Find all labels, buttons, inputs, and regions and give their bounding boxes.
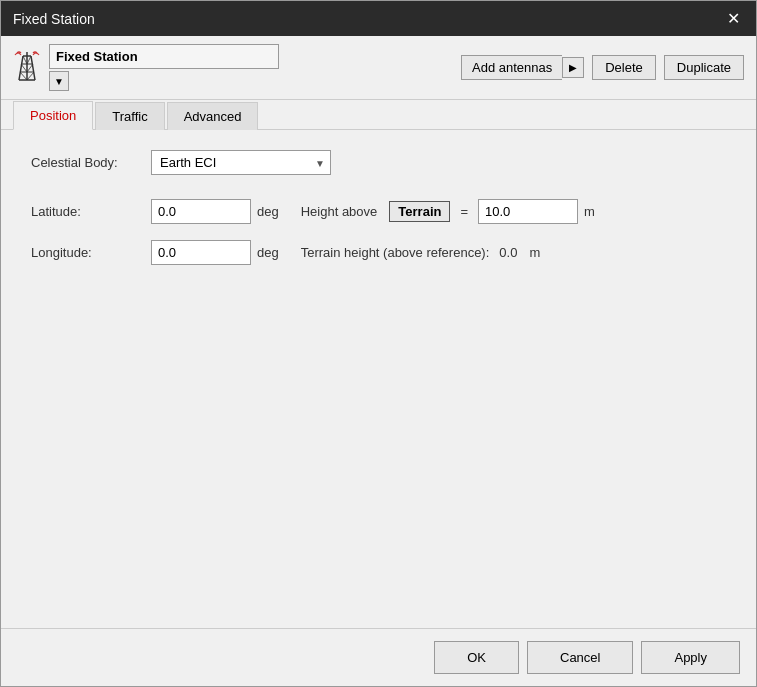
svg-line-2 [19,56,23,80]
terrain-height-unit: m [529,245,540,260]
svg-line-10 [21,64,27,72]
svg-line-12 [20,72,27,80]
celestial-body-select-wrapper: Earth ECI [151,150,331,175]
tab-position-label: Position [30,108,76,123]
tab-traffic[interactable]: Traffic [95,102,164,130]
tab-advanced-label: Advanced [184,109,242,124]
terrain-height-value: 0.0 [499,245,517,260]
add-antennas-button[interactable]: Add antennas [461,55,562,80]
longitude-row: Longitude: deg Terrain height (above ref… [31,240,726,265]
tab-content: Celestial Body: Earth ECI Latitude: deg … [1,130,756,628]
height-above-label: Height above [301,204,378,219]
latitude-row: Latitude: deg Height above Terrain = m [31,199,726,224]
ok-button[interactable]: OK [434,641,519,674]
longitude-unit: deg [257,245,279,260]
tower-icon [13,50,41,86]
longitude-label: Longitude: [31,245,151,260]
fixed-station-dialog: Fixed Station ✕ [0,0,757,687]
duplicate-button[interactable]: Duplicate [664,55,744,80]
celestial-body-row: Celestial Body: Earth ECI [31,150,726,175]
longitude-input[interactable] [151,240,251,265]
name-dropdown-arrow[interactable]: ▼ [49,71,69,91]
svg-line-11 [27,64,33,72]
dialog-title: Fixed Station [13,11,95,27]
add-antennas-arrow-button[interactable]: ▶ [562,57,584,78]
apply-button[interactable]: Apply [641,641,740,674]
tower-icon-container [13,50,41,86]
terrain-height-label: Terrain height (above reference): [301,245,490,260]
add-antennas-group: Add antennas ▶ [461,55,584,80]
dropdown-chevron-icon: ▼ [54,76,64,87]
toolbar: ▼ Add antennas ▶ Delete Duplicate [1,36,756,100]
tab-traffic-label: Traffic [112,109,147,124]
terrain-button[interactable]: Terrain [389,201,450,222]
latitude-unit: deg [257,204,279,219]
title-bar: Fixed Station ✕ [1,1,756,36]
close-button[interactable]: ✕ [723,9,744,28]
add-antennas-chevron-icon: ▶ [569,62,577,73]
celestial-body-select[interactable]: Earth ECI [151,150,331,175]
delete-button[interactable]: Delete [592,55,656,80]
latitude-input[interactable] [151,199,251,224]
cancel-button[interactable]: Cancel [527,641,633,674]
celestial-body-label: Celestial Body: [31,155,151,170]
svg-line-3 [31,56,35,80]
name-section: ▼ [49,44,279,91]
station-name-input[interactable] [49,44,279,69]
dialog-footer: OK Cancel Apply [1,628,756,686]
svg-line-13 [27,72,34,80]
tabs-area: Position Traffic Advanced [1,100,756,130]
tab-advanced[interactable]: Advanced [167,102,259,130]
height-value-input[interactable] [478,199,578,224]
latitude-label: Latitude: [31,204,151,219]
height-unit: m [584,204,595,219]
equals-label: = [460,204,468,219]
tab-position[interactable]: Position [13,101,93,130]
